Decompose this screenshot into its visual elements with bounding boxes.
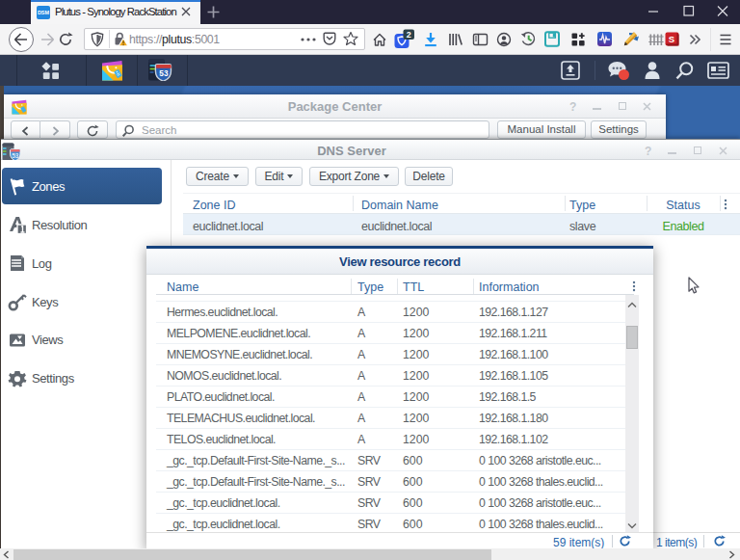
svg-text:S: S bbox=[669, 34, 674, 44]
svg-text:53: 53 bbox=[12, 152, 19, 159]
svg-text:2: 2 bbox=[407, 30, 411, 40]
svg-text:53: 53 bbox=[159, 69, 169, 78]
